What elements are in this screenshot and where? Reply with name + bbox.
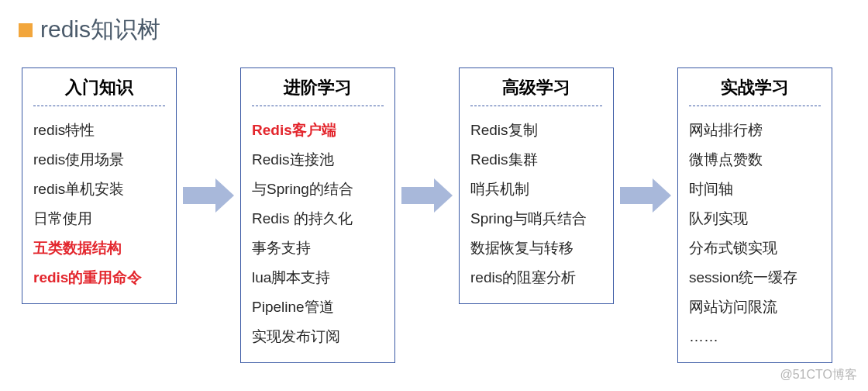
arrow-right-icon bbox=[183, 178, 234, 213]
list-item: 微博点赞数 bbox=[689, 145, 821, 175]
list-item: Redis复制 bbox=[470, 116, 602, 145]
watermark: @51CTO博客 bbox=[780, 367, 857, 383]
list-item: 队列实现 bbox=[689, 204, 821, 234]
page-title: redis知识树 bbox=[40, 14, 160, 46]
list-item: Redis集群 bbox=[470, 145, 602, 175]
list-item: redis特性 bbox=[33, 116, 165, 145]
card-list: Redis客户端Redis连接池与Spring的结合Redis 的持久化事务支持… bbox=[252, 116, 384, 351]
list-item: session统一缓存 bbox=[689, 263, 821, 292]
list-item: 分布式锁实现 bbox=[689, 234, 821, 263]
list-item: 与Spring的结合 bbox=[252, 175, 384, 204]
list-item: 事务支持 bbox=[252, 234, 384, 263]
card-list: redis特性redis使用场景redis单机安装日常使用五类数据结构redis… bbox=[33, 116, 165, 292]
list-item: 时间轴 bbox=[689, 175, 821, 204]
list-item: Spring与哨兵结合 bbox=[470, 204, 602, 234]
list-item: 日常使用 bbox=[33, 204, 165, 234]
card-heading: 实战学习 bbox=[689, 76, 821, 106]
title-row: redis知识树 bbox=[19, 14, 849, 46]
card-beginner: 入门知识 redis特性redis使用场景redis单机安装日常使用五类数据结构… bbox=[22, 67, 177, 304]
list-item: redis单机安装 bbox=[33, 175, 165, 204]
card-heading: 进阶学习 bbox=[252, 76, 384, 106]
card-intermediate: 进阶学习 Redis客户端Redis连接池与Spring的结合Redis 的持久… bbox=[240, 67, 395, 363]
card-heading: 高级学习 bbox=[470, 76, 602, 106]
arrow-2 bbox=[401, 67, 453, 324]
list-item: Pipeline管道 bbox=[252, 292, 384, 322]
list-item: …… bbox=[689, 322, 821, 351]
title-bullet-icon bbox=[19, 23, 33, 37]
list-item: 数据恢复与转移 bbox=[470, 234, 602, 263]
card-practice: 实战学习 网站排行榜微博点赞数时间轴队列实现分布式锁实现session统一缓存网… bbox=[677, 67, 832, 363]
list-item: 实现发布订阅 bbox=[252, 322, 384, 351]
arrow-3 bbox=[620, 67, 671, 324]
list-item: 五类数据结构 bbox=[33, 234, 165, 263]
list-item: Redis客户端 bbox=[252, 116, 384, 145]
card-list: 网站排行榜微博点赞数时间轴队列实现分布式锁实现session统一缓存网站访问限流… bbox=[689, 116, 821, 351]
list-item: lua脚本支持 bbox=[252, 263, 384, 292]
arrow-right-icon bbox=[401, 178, 453, 213]
list-item: Redis连接池 bbox=[252, 145, 384, 175]
list-item: redis使用场景 bbox=[33, 145, 165, 175]
list-item: Redis 的持久化 bbox=[252, 204, 384, 234]
card-advanced: 高级学习 Redis复制Redis集群哨兵机制Spring与哨兵结合数据恢复与转… bbox=[459, 67, 614, 304]
flow-container: 入门知识 redis特性redis使用场景redis单机安装日常使用五类数据结构… bbox=[19, 67, 849, 363]
card-heading: 入门知识 bbox=[33, 76, 165, 106]
arrow-right-icon bbox=[620, 178, 671, 213]
list-item: redis的重用命令 bbox=[33, 263, 165, 292]
list-item: redis的阻塞分析 bbox=[470, 263, 602, 292]
list-item: 哨兵机制 bbox=[470, 175, 602, 204]
list-item: 网站访问限流 bbox=[689, 292, 821, 322]
list-item: 网站排行榜 bbox=[689, 116, 821, 145]
card-list: Redis复制Redis集群哨兵机制Spring与哨兵结合数据恢复与转移redi… bbox=[470, 116, 602, 292]
arrow-1 bbox=[183, 67, 234, 324]
